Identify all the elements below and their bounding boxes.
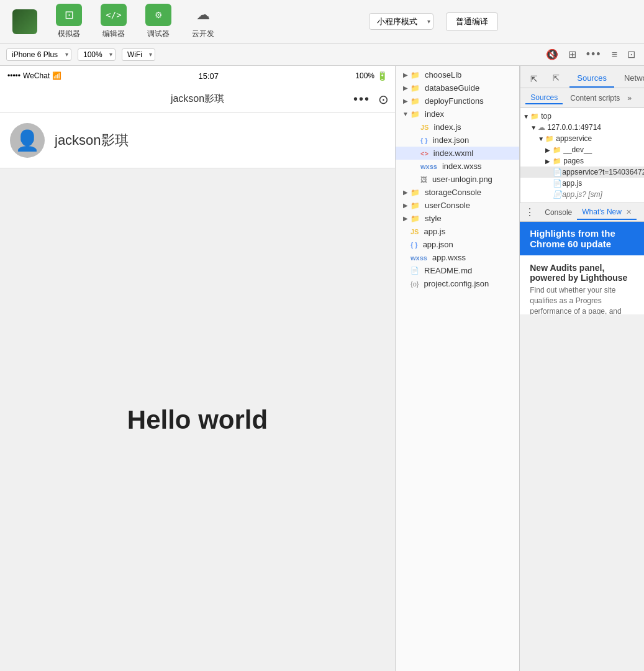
wxss-icon: wxss xyxy=(420,163,437,170)
file-tree-item-index[interactable]: ▼ 📁index xyxy=(396,107,519,121)
whats-new-close-btn[interactable]: ✕ xyxy=(626,208,632,216)
devtools-tab-sources[interactable]: Sources xyxy=(569,70,614,88)
tree-arrow xyxy=(401,267,410,274)
tree-arrow: ▶ xyxy=(401,215,410,222)
file-tree-item-app_wxss[interactable]: wxssapp.wxss xyxy=(396,251,519,264)
file-tree-item-index_wxml[interactable]: <>index.wxml xyxy=(396,147,519,160)
editor-icon: </> xyxy=(101,4,127,26)
file-tree-item-storageConsole[interactable]: ▶ 📁storageConsole xyxy=(396,186,519,199)
tree-item-label: style xyxy=(425,214,442,223)
file-tree-item-app_js[interactable]: JSapp.js xyxy=(396,225,519,238)
dt-file-italic-icon: 📄 xyxy=(553,190,562,199)
folder-icon: 📁 xyxy=(410,84,420,93)
tree-item-label: chooseLib xyxy=(425,70,461,80)
devtools-tree-item[interactable]: ▼☁127.0.0.1:49714 xyxy=(520,122,644,133)
dt-item-label: appservice?t=154036472 xyxy=(562,168,644,176)
file-tree-panel: ▶ 📁chooseLib▶ 📁databaseGuide▶ 📁deployFun… xyxy=(396,66,520,671)
editor-btn[interactable]: </> 编辑器 xyxy=(101,4,127,39)
file-tree-item-index_json[interactable]: { }index.json xyxy=(396,134,519,147)
network-select-wrap[interactable]: WiFi xyxy=(122,48,155,61)
file-tree-item-index_js[interactable]: JSindex.js xyxy=(396,121,519,134)
folder-icon: 📁 xyxy=(410,97,420,106)
devtools-tree-item[interactable]: ▼📁appservice xyxy=(520,133,644,144)
file-tree-item-app_json[interactable]: { }app.json xyxy=(396,238,519,251)
screen-icon[interactable]: ⊞ xyxy=(566,48,579,60)
chrome-news-title: New Audits panel, powered by Lighthouse xyxy=(530,263,634,283)
bottom-tab-console[interactable]: Console xyxy=(540,206,577,219)
dt-file-gray-icon: 📄 xyxy=(553,168,562,176)
toolbar2-icons: 🔇 ⊞ ••• ≡ ⊡ xyxy=(543,48,638,61)
file-tree-item-chooseLib[interactable]: ▶ 📁chooseLib xyxy=(396,68,519,81)
lines-icon[interactable]: ≡ xyxy=(609,49,620,60)
file-tree-item-index_wxss[interactable]: wxssindex.wxss xyxy=(396,160,519,173)
more-icon[interactable]: ••• xyxy=(584,48,604,61)
debugger-btn[interactable]: ⚙ 调试器 xyxy=(145,4,171,39)
file-tree-item-project_config[interactable]: {o}project.config.json xyxy=(396,277,519,290)
file-tree-item-readme[interactable]: 📄README.md xyxy=(396,264,519,277)
devtools-tree-item[interactable]: 📄app.js xyxy=(520,178,644,189)
folder-icon: 📁 xyxy=(410,214,420,223)
chrome-banner: Highlights from the Chrome 60 update xyxy=(520,222,644,255)
compile-btn[interactable]: 普通编译 xyxy=(446,12,498,31)
dt-folder-icon: 📁 xyxy=(530,112,539,121)
devtools-tab-console[interactable]: ⇱ xyxy=(545,70,567,88)
simulator-btn[interactable]: ⊡ 模拟器 xyxy=(56,4,82,39)
top-toolbar: ⊡ 模拟器 </> 编辑器 ⚙ 调试器 ☁ 云开发 小程序模式 普通编译 xyxy=(0,0,644,43)
tree-item-label: project.config.json xyxy=(424,279,489,288)
tree-arrow: ▶ xyxy=(401,84,410,91)
mode-select[interactable]: 小程序模式 xyxy=(369,13,433,30)
debugger-icon: ⚙ xyxy=(145,4,171,26)
mode-select-wrap[interactable]: 小程序模式 xyxy=(369,13,433,30)
simulator-label: 模拟器 xyxy=(58,29,80,39)
bottom-tab-whats-new[interactable]: What's New ✕ xyxy=(577,205,637,220)
cloud-label: 云开发 xyxy=(192,29,214,39)
devtools-panel: ⇱ ⇱ Sources Network Security Sources Con… xyxy=(520,66,644,203)
layout-icon[interactable]: ⊡ xyxy=(625,48,638,60)
wxml-icon: <> xyxy=(420,150,429,157)
dt-folder-blue-icon: 📁 xyxy=(553,157,561,165)
app-logo xyxy=(12,9,37,34)
tree-item-label: deployFunctions xyxy=(425,96,484,106)
user-name: jackson影琪 xyxy=(55,131,129,150)
cloud-btn[interactable]: ☁ 云开发 xyxy=(190,4,216,39)
bottom-more-icon[interactable]: ⋮ xyxy=(525,206,535,218)
devtools-tree-item[interactable]: 📄appservice?t=154036472 xyxy=(520,167,644,178)
devtools-file-tree: ▼📁top▼☁127.0.0.1:49714▼📁appservice▶📁__de… xyxy=(520,108,644,203)
folder-icon: 📁 xyxy=(410,110,420,119)
avatar-icon: 👤 xyxy=(15,129,40,152)
file-tree-item-deployFunctions[interactable]: ▶ 📁deployFunctions xyxy=(396,94,519,107)
file-tree-item-databaseGuide[interactable]: ▶ 📁databaseGuide xyxy=(396,81,519,94)
file-tree-item-userConsole[interactable]: ▶ 📁userConsole xyxy=(396,199,519,212)
device-select-wrap[interactable]: iPhone 6 Plus xyxy=(6,48,71,61)
sources-tab-content-scripts[interactable]: Content scripts xyxy=(565,93,625,104)
device-select[interactable]: iPhone 6 Plus xyxy=(6,48,71,61)
simulator-icon: ⊡ xyxy=(56,4,82,26)
phone-status-bar: ••••• WeChat 📶 15:07 100% 🔋 xyxy=(0,66,395,86)
main-area: ••••• WeChat 📶 15:07 100% 🔋 jackson影琪 ••… xyxy=(0,66,644,671)
phone-status-left: ••••• WeChat 📶 xyxy=(7,71,61,80)
phone-record-icon: ⊙ xyxy=(378,92,389,107)
sources-tab-sources[interactable]: Sources xyxy=(525,92,563,104)
devtools-pointer-icon[interactable]: ⇱ xyxy=(525,70,543,88)
chrome-banner-text: Highlights from the Chrome 60 update xyxy=(530,228,615,249)
dt-arrow: ▼ xyxy=(538,135,545,142)
tree-arrow: ▶ xyxy=(401,98,410,104)
zoom-select[interactable]: 100% xyxy=(78,48,116,61)
network-select[interactable]: WiFi xyxy=(122,48,155,61)
devtools-tab-network[interactable]: Network xyxy=(617,70,644,88)
tree-arrow xyxy=(410,137,420,144)
devtools-tree-item[interactable]: ▶📁__dev__ xyxy=(520,144,644,155)
editor-label: 编辑器 xyxy=(102,29,125,39)
phone-user-card: 👤 jackson影琪 xyxy=(0,113,395,168)
tree-item-label: app.wxss xyxy=(432,253,466,262)
user-avatar: 👤 xyxy=(10,123,45,158)
zoom-select-wrap[interactable]: 100% xyxy=(78,48,116,61)
mute-icon[interactable]: 🔇 xyxy=(543,48,561,60)
file-tree-item-style[interactable]: ▶ 📁style xyxy=(396,212,519,225)
devtools-tree-item[interactable]: ▶📁pages xyxy=(520,155,644,167)
file-tree-item-user_unlogin[interactable]: 🖼user-unlogin.png xyxy=(396,173,519,186)
sources-more-chevron[interactable]: » xyxy=(627,94,632,103)
devtools-tree-item[interactable]: ▼📁top xyxy=(520,111,644,122)
devtools-tree-item[interactable]: 📄app.js? [sm] xyxy=(520,189,644,200)
secondary-toolbar: iPhone 6 Plus 100% WiFi 🔇 ⊞ ••• ≡ ⊡ xyxy=(0,43,644,66)
